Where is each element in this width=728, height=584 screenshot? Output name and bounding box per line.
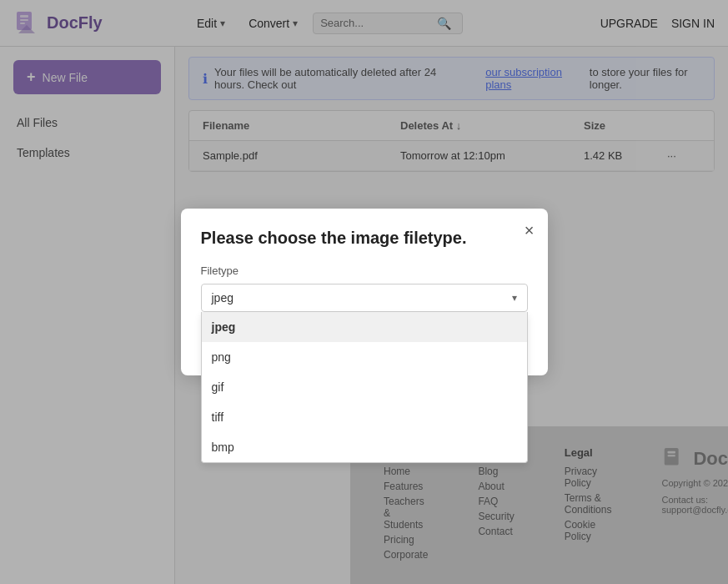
filetype-modal: Please choose the image filetype. × File…	[181, 209, 548, 375]
modal-close-button[interactable]: ×	[525, 222, 535, 239]
dropdown-chevron-icon: ▾	[512, 292, 517, 304]
dropdown-item-tiff[interactable]: tiff	[202, 402, 527, 432]
modal-title: Please choose the image filetype.	[201, 229, 528, 248]
dropdown-item-jpeg[interactable]: jpeg	[202, 312, 527, 342]
filetype-label: Filetype	[201, 264, 528, 277]
dropdown-item-bmp[interactable]: bmp	[202, 432, 527, 462]
modal-overlay: Please choose the image filetype. × File…	[0, 0, 728, 584]
dropdown-list: jpeg png gif tiff bmp	[201, 312, 528, 463]
filetype-dropdown[interactable]: jpeg ▾ jpeg png gif tiff bmp	[201, 284, 528, 312]
dropdown-selected[interactable]: jpeg ▾	[201, 284, 528, 312]
dropdown-selected-value: jpeg	[212, 291, 233, 305]
dropdown-item-png[interactable]: png	[202, 342, 527, 372]
dropdown-item-gif[interactable]: gif	[202, 372, 527, 402]
